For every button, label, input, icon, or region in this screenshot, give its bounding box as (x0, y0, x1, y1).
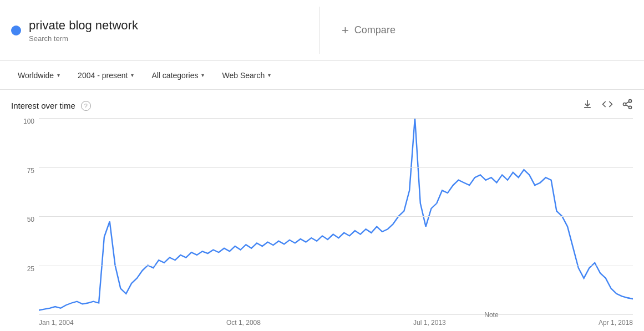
term-subtitle: Search term (29, 34, 138, 43)
search-term-block: private blog network Search term (11, 7, 320, 54)
location-filter[interactable]: Worldwide ▾ (11, 68, 67, 83)
term-title: private blog network (29, 18, 138, 34)
filters-bar: Worldwide ▾ 2004 - present ▾ All categor… (0, 61, 644, 90)
y-label-75: 75 (27, 167, 34, 174)
svg-point-0 (629, 100, 632, 103)
chart-title-block: Interest over time ? (11, 101, 91, 111)
svg-line-3 (626, 105, 629, 106)
svg-point-2 (629, 106, 632, 109)
location-chevron: ▾ (57, 72, 60, 78)
header: private blog network Search term + Compa… (0, 0, 644, 61)
search-type-filter[interactable]: Web Search ▾ (215, 68, 277, 83)
chart-inner: Note (39, 118, 633, 314)
time-label: 2004 - present (78, 71, 128, 80)
x-label-2013: Jul 1, 2013 (413, 319, 446, 327)
x-axis: Jan 1, 2004 Oct 1, 2008 Jul 1, 2013 Apr … (39, 314, 633, 331)
grid-line-50 (39, 216, 633, 217)
share-icon[interactable] (622, 99, 633, 113)
y-label-25: 25 (27, 266, 34, 272)
x-label-2004: Jan 1, 2004 (39, 319, 74, 327)
svg-line-4 (626, 101, 629, 103)
embed-icon[interactable] (602, 99, 613, 113)
compare-block[interactable]: + Compare (320, 23, 633, 38)
chart-header: Interest over time ? (11, 99, 633, 113)
search-type-chevron: ▾ (268, 72, 271, 78)
time-chevron: ▾ (131, 72, 134, 78)
compare-label: Compare (354, 24, 395, 36)
y-label-50: 50 (27, 216, 34, 223)
grid-line-100 (39, 118, 633, 119)
download-icon[interactable] (582, 99, 593, 113)
time-filter[interactable]: 2004 - present ▾ (71, 68, 140, 83)
svg-point-1 (623, 103, 626, 106)
help-icon[interactable]: ? (81, 101, 91, 111)
location-label: Worldwide (18, 71, 54, 80)
grid-line-75 (39, 167, 633, 168)
category-label: All categories (151, 71, 198, 80)
y-label-100: 100 (23, 118, 34, 125)
chart-area: 100 75 50 25 Note (11, 118, 633, 331)
search-type-label: Web Search (222, 71, 265, 80)
x-label-2018: Apr 1, 2018 (599, 319, 633, 327)
category-filter[interactable]: All categories ▾ (145, 68, 211, 83)
term-text-block: private blog network Search term (29, 18, 138, 43)
term-dot (11, 26, 21, 35)
chart-title: Interest over time (11, 101, 75, 110)
y-axis: 100 75 50 25 (11, 118, 39, 314)
grid-line-25 (39, 266, 633, 266)
compare-plus-icon: + (342, 23, 349, 38)
x-label-2008: Oct 1, 2008 (226, 319, 261, 327)
category-chevron: ▾ (201, 72, 204, 78)
chart-actions (582, 99, 633, 113)
chart-section: Interest over time ? 100 75 50 25 (0, 90, 644, 331)
